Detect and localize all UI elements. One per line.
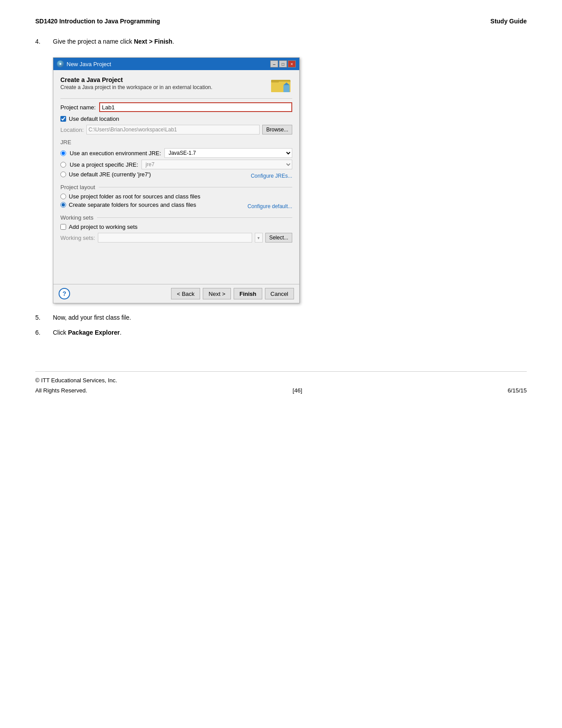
- jre-radio1[interactable]: [60, 150, 66, 156]
- svg-rect-2: [271, 80, 279, 82]
- step-4-number: 4.: [35, 38, 48, 45]
- use-default-location-checkbox[interactable]: [60, 116, 66, 122]
- cancel-button[interactable]: Cancel: [265, 288, 294, 299]
- configure-jres-link[interactable]: Configure JREs...: [251, 173, 292, 179]
- jre-radio3-row: Use default JRE (currently 'jre7'): [60, 171, 151, 178]
- dialog-minimize-button[interactable]: –: [270, 60, 278, 67]
- step-6-number: 6.: [35, 329, 48, 336]
- layout-radio2[interactable]: [60, 202, 66, 208]
- add-working-set-label: Add project to working sets: [69, 224, 138, 230]
- working-sets-divider: [97, 217, 292, 218]
- dialog-section-title: Create a Java Project: [60, 76, 212, 83]
- new-java-project-dialog: New Java Project – □ × Create a Java Pro…: [53, 57, 300, 303]
- svg-rect-3: [283, 85, 290, 92]
- use-default-location-label: Use default location: [69, 116, 119, 122]
- jre-execution-env-select[interactable]: JavaSE-1.7: [164, 148, 292, 158]
- back-button[interactable]: < Back: [171, 288, 200, 299]
- step-5-text: Now, add your first class file.: [53, 314, 131, 321]
- page-header: SD1420 Introduction to Java Programming …: [35, 18, 527, 25]
- add-working-set-row: Add project to working sets: [60, 224, 292, 230]
- location-label: Location:: [60, 127, 84, 133]
- step-6: 6. Click Package Explorer.: [35, 329, 527, 336]
- footer-date: 6/15/15: [508, 387, 527, 394]
- jre-specific-select[interactable]: jre7: [141, 160, 292, 169]
- jre-radio1-label: Use an execution environment JRE:: [70, 150, 161, 157]
- project-name-row: Project name:: [60, 102, 292, 112]
- step-6-text: Click Package Explorer.: [53, 329, 122, 336]
- layout-radio1-row: Use project folder as root for sources a…: [60, 193, 292, 200]
- footer-page-number: [46]: [293, 387, 302, 394]
- footer-copyright: © ITT Educational Services, Inc.: [35, 377, 527, 384]
- location-row: Location: Browse...: [60, 125, 292, 134]
- dialog-titlebar: New Java Project – □ ×: [53, 58, 299, 70]
- use-default-location-row: Use default location: [60, 116, 292, 122]
- layout-radio2-label: Create separate folders for sources and …: [69, 202, 196, 208]
- dialog-restore-button[interactable]: □: [279, 60, 287, 67]
- layout-radio1[interactable]: [60, 194, 66, 199]
- layout-radio1-label: Use project folder as root for sources a…: [69, 193, 200, 200]
- divider-1: [60, 98, 292, 99]
- layout-radio2-row: Create separate folders for sources and …: [60, 202, 196, 208]
- working-sets-input-row: Working sets: ▾ Select...: [60, 233, 292, 243]
- header-left: SD1420 Introduction to Java Programming: [35, 18, 160, 25]
- dialog-section-info: Create a Java Project Create a Java proj…: [60, 76, 212, 90]
- configure-default-link[interactable]: Configure default...: [248, 203, 292, 209]
- jre-radio2[interactable]: [60, 162, 66, 168]
- finish-button[interactable]: Finish: [234, 288, 262, 299]
- working-sets-chevron-icon[interactable]: ▾: [255, 233, 263, 243]
- dialog-wrapper: New Java Project – □ × Create a Java Pro…: [53, 57, 300, 303]
- add-working-set-checkbox[interactable]: [60, 224, 66, 230]
- jre-radio2-label: Use a project specific JRE:: [70, 161, 138, 168]
- header-right: Study Guide: [491, 18, 527, 25]
- working-sets-label: Working sets: [60, 214, 93, 221]
- page-footer: © ITT Educational Services, Inc. All Rig…: [35, 371, 527, 394]
- location-input[interactable]: [86, 125, 260, 134]
- step-4-text: Give the project a name click Next > Fin…: [53, 38, 174, 45]
- jre-group-label: JRE: [60, 139, 292, 146]
- dialog-section-header: Create a Java Project Create a Java proj…: [60, 76, 292, 94]
- dialog-body: Create a Java Project Create a Java proj…: [53, 70, 299, 284]
- project-name-input[interactable]: [99, 102, 292, 112]
- step-5: 5. Now, add your first class file.: [35, 314, 527, 321]
- dialog-titlebar-left: New Java Project: [57, 60, 111, 67]
- select-button[interactable]: Select...: [265, 233, 292, 243]
- dialog-close-button[interactable]: ×: [288, 60, 296, 67]
- next-button[interactable]: Next >: [203, 288, 231, 299]
- step-5-number: 5.: [35, 314, 48, 321]
- project-layout-label: Project layout: [60, 184, 95, 190]
- dialog-title: New Java Project: [67, 61, 111, 67]
- footer-rights: All Rights Reserved.: [35, 387, 87, 394]
- dialog-app-icon: [57, 60, 64, 67]
- working-sets-input[interactable]: [98, 233, 252, 243]
- project-layout-divider: [99, 187, 292, 187]
- working-sets-field-label: Working sets:: [60, 235, 95, 241]
- dialog-footer: ? < Back Next > Finish Cancel: [53, 284, 299, 303]
- dialog-section-subtitle: Create a Java project in the workspace o…: [60, 84, 212, 90]
- project-name-label: Project name:: [60, 104, 96, 111]
- browse-button[interactable]: Browse...: [262, 125, 292, 134]
- working-sets-group: Working sets: [60, 214, 292, 221]
- folder-icon: [271, 76, 292, 94]
- jre-radio1-row: Use an execution environment JRE: JavaSE…: [60, 148, 292, 158]
- dialog-controls[interactable]: – □ ×: [270, 60, 296, 67]
- help-button[interactable]: ?: [59, 288, 70, 299]
- jre-radio3[interactable]: [60, 172, 66, 177]
- dialog-spacer: [60, 243, 292, 278]
- jre-radio2-row: Use a project specific JRE: jre7: [60, 160, 292, 169]
- project-layout-group: Project layout: [60, 184, 292, 190]
- footer-bottom: All Rights Reserved. [46] 6/15/15: [35, 387, 527, 394]
- step-4: 4. Give the project a name click Next > …: [35, 38, 527, 45]
- jre-radio3-label: Use default JRE (currently 'jre7'): [69, 171, 151, 178]
